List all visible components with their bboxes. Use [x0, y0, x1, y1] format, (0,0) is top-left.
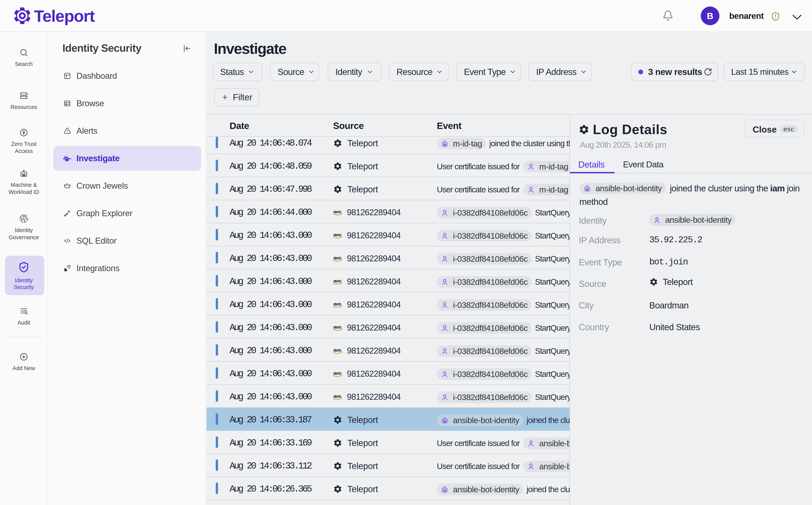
svg-text:aws: aws — [333, 370, 341, 376]
svg-text:aws: aws — [333, 232, 341, 237]
svg-text:aws: aws — [333, 393, 341, 399]
svg-text:aws: aws — [333, 324, 341, 330]
svg-text:aws: aws — [333, 209, 341, 214]
svg-text:aws: aws — [333, 255, 341, 261]
svg-text:aws: aws — [333, 301, 341, 307]
svg-text:aws: aws — [333, 278, 341, 284]
svg-text:aws: aws — [333, 347, 341, 353]
